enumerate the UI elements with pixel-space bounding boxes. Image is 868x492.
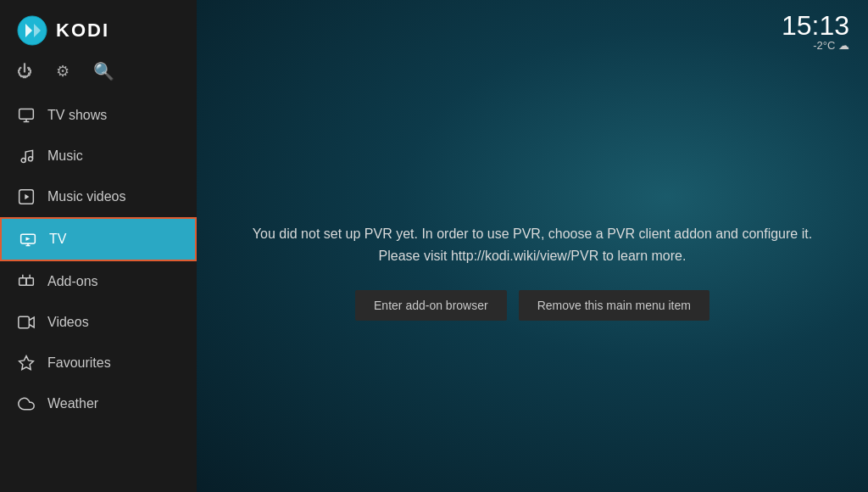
sidebar-item-tv-label: TV (49, 232, 66, 247)
music-icon (17, 147, 36, 165)
kodi-title: KODI (56, 20, 109, 42)
pvr-message-line2: Please visit http://kodi.wiki/view/PVR t… (379, 249, 687, 263)
power-icon[interactable]: ⏻ (17, 63, 32, 81)
sidebar-item-music[interactable]: Music (0, 136, 197, 176)
videos-icon (17, 313, 36, 332)
sidebar-item-add-ons-label: Add-ons (47, 274, 98, 289)
search-icon[interactable]: 🔍 (93, 61, 114, 81)
pvr-message-area: You did not set up PVR yet. In order to … (197, 52, 868, 492)
logo-area: KODI (0, 0, 197, 54)
sidebar-item-tv-shows[interactable]: TV shows (0, 95, 197, 136)
svg-marker-10 (25, 194, 29, 200)
sidebar-item-tv-shows-label: TV shows (47, 108, 107, 123)
nav-menu: TV shows Music Music videos TV Add-ons (0, 95, 197, 492)
clock-area: 15:13 -2°C ☁ (782, 12, 849, 52)
sidebar-item-weather-label: Weather (47, 396, 98, 411)
svg-rect-4 (19, 109, 34, 120)
weather-icon (17, 394, 36, 413)
sidebar-item-tv[interactable]: TV (0, 217, 197, 261)
sidebar-item-music-label: Music (47, 148, 83, 164)
music-videos-icon (17, 187, 36, 206)
sidebar-item-music-videos[interactable]: Music videos (0, 176, 197, 217)
kodi-logo-icon (17, 15, 47, 46)
tv-icon (19, 230, 37, 249)
sidebar-item-weather[interactable]: Weather (0, 383, 197, 424)
clock-time: 15:13 (782, 12, 849, 39)
svg-marker-20 (19, 356, 34, 370)
pvr-message-line1: You did not set up PVR yet. In order to … (253, 226, 812, 241)
main-content: 15:13 -2°C ☁ You did not set up PVR yet.… (197, 0, 868, 492)
pvr-message-text: You did not set up PVR yet. In order to … (253, 223, 812, 266)
add-ons-icon (17, 272, 36, 291)
pvr-buttons: Enter add-on browser Remove this main me… (355, 290, 709, 321)
svg-marker-14 (26, 238, 31, 241)
sidebar-item-favourites-label: Favourites (47, 355, 111, 371)
sidebar-item-videos[interactable]: Videos (0, 302, 197, 343)
clock-weather: -2°C ☁ (782, 39, 849, 52)
sidebar: KODI ⏻ ⚙ 🔍 TV shows Music Music videos (0, 0, 197, 492)
settings-icon[interactable]: ⚙ (56, 62, 70, 81)
sidebar-item-favourites[interactable]: Favourites (0, 343, 197, 383)
svg-rect-19 (19, 316, 29, 327)
sidebar-item-videos-label: Videos (47, 315, 89, 330)
top-bar: 15:13 -2°C ☁ (197, 0, 868, 52)
toolbar: ⏻ ⚙ 🔍 (0, 54, 197, 95)
svg-rect-15 (19, 278, 26, 285)
tv-shows-icon (17, 106, 36, 125)
svg-rect-16 (26, 278, 33, 285)
sidebar-item-music-videos-label: Music videos (47, 189, 125, 204)
favourites-icon (17, 354, 36, 372)
sidebar-item-add-ons[interactable]: Add-ons (0, 261, 197, 302)
remove-main-menu-item-button[interactable]: Remove this main menu item (519, 290, 709, 321)
enter-addon-browser-button[interactable]: Enter add-on browser (355, 290, 507, 321)
